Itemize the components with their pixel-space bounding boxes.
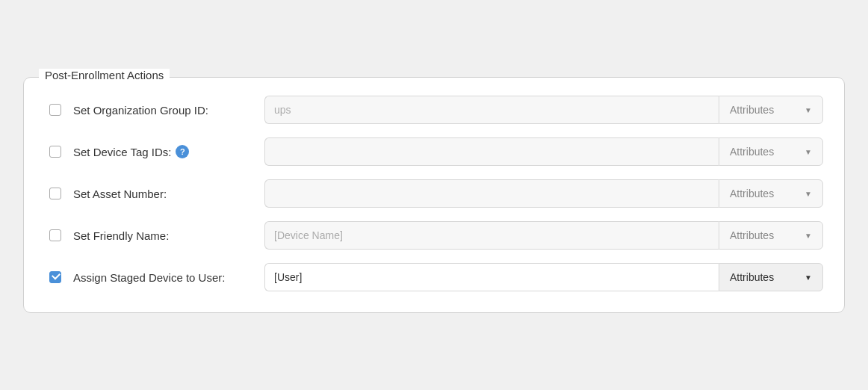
- row-label-asset-number: Set Asset Number:: [73, 188, 252, 200]
- row-label-text-friendly-name: Set Friendly Name:: [73, 229, 169, 242]
- checkbox-friendly-name[interactable]: [49, 229, 61, 241]
- post-enrollment-panel: Post-Enrollment Actions Set Organization…: [23, 77, 845, 313]
- text-input-asset-number[interactable]: [264, 179, 719, 208]
- text-input-friendly-name[interactable]: [264, 221, 719, 250]
- checkbox-wrapper-friendly-name: [45, 229, 66, 241]
- row-label-assign-staged: Assign Staged Device to User:: [73, 271, 252, 284]
- dropdown-label-friendly-name: Attributes: [730, 229, 774, 241]
- help-icon-device-tag-ids[interactable]: ?: [176, 145, 189, 158]
- dropdown-arrow-icon-assign-staged: ▼: [805, 273, 812, 282]
- text-input-org-group-id[interactable]: [264, 96, 719, 124]
- checkbox-asset-number[interactable]: [49, 188, 61, 199]
- dropdown-arrow-icon-friendly-name: ▼: [805, 232, 812, 240]
- dropdown-label-assign-staged: Attributes: [730, 271, 774, 283]
- checkbox-wrapper-org-group-id: [45, 104, 66, 116]
- form-row-friendly-name: Set Friendly Name:Attributes▼: [45, 221, 823, 250]
- form-row-device-tag-ids: Set Device Tag IDs:?Attributes▼: [45, 137, 823, 166]
- dropdown-label-asset-number: Attributes: [730, 188, 774, 199]
- dropdown-arrow-icon-device-tag-ids: ▼: [805, 148, 812, 156]
- form-row-assign-staged: Assign Staged Device to User:Attributes▼: [45, 263, 823, 291]
- row-label-text-device-tag-ids: Set Device Tag IDs:: [73, 146, 171, 158]
- dropdown-arrow-icon-asset-number: ▼: [805, 190, 812, 198]
- checkbox-assign-staged[interactable]: [49, 271, 61, 283]
- row-label-org-group-id: Set Organization Group ID:: [73, 104, 252, 117]
- row-label-friendly-name: Set Friendly Name:: [73, 229, 252, 242]
- field-group-friendly-name: Attributes▼: [264, 221, 823, 250]
- form-row-org-group-id: Set Organization Group ID:Attributes▼: [45, 96, 823, 124]
- dropdown-label-org-group-id: Attributes: [730, 104, 774, 116]
- panel-title: Post-Enrollment Actions: [39, 69, 170, 81]
- row-label-device-tag-ids: Set Device Tag IDs:?: [73, 145, 252, 158]
- text-input-assign-staged[interactable]: [264, 263, 719, 291]
- attributes-dropdown-device-tag-ids[interactable]: Attributes▼: [719, 137, 823, 166]
- checkbox-org-group-id[interactable]: [49, 104, 61, 116]
- checkbox-device-tag-ids[interactable]: [49, 146, 61, 158]
- attributes-dropdown-assign-staged[interactable]: Attributes▼: [719, 263, 823, 291]
- row-label-text-org-group-id: Set Organization Group ID:: [73, 104, 208, 117]
- checkbox-wrapper-device-tag-ids: [45, 146, 66, 158]
- checkbox-wrapper-asset-number: [45, 188, 66, 199]
- field-group-assign-staged: Attributes▼: [264, 263, 823, 291]
- attributes-dropdown-asset-number[interactable]: Attributes▼: [719, 179, 823, 208]
- dropdown-arrow-icon-org-group-id: ▼: [805, 106, 812, 114]
- dropdown-label-device-tag-ids: Attributes: [730, 146, 774, 158]
- checkbox-wrapper-assign-staged: [45, 271, 66, 283]
- field-group-asset-number: Attributes▼: [264, 179, 823, 208]
- field-group-device-tag-ids: Attributes▼: [264, 137, 823, 166]
- row-label-text-assign-staged: Assign Staged Device to User:: [73, 271, 225, 284]
- attributes-dropdown-friendly-name[interactable]: Attributes▼: [719, 221, 823, 250]
- text-input-device-tag-ids[interactable]: [264, 137, 719, 166]
- attributes-dropdown-org-group-id[interactable]: Attributes▼: [719, 96, 823, 124]
- form-row-asset-number: Set Asset Number:Attributes▼: [45, 179, 823, 208]
- field-group-org-group-id: Attributes▼: [264, 96, 823, 124]
- row-label-text-asset-number: Set Asset Number:: [73, 188, 167, 200]
